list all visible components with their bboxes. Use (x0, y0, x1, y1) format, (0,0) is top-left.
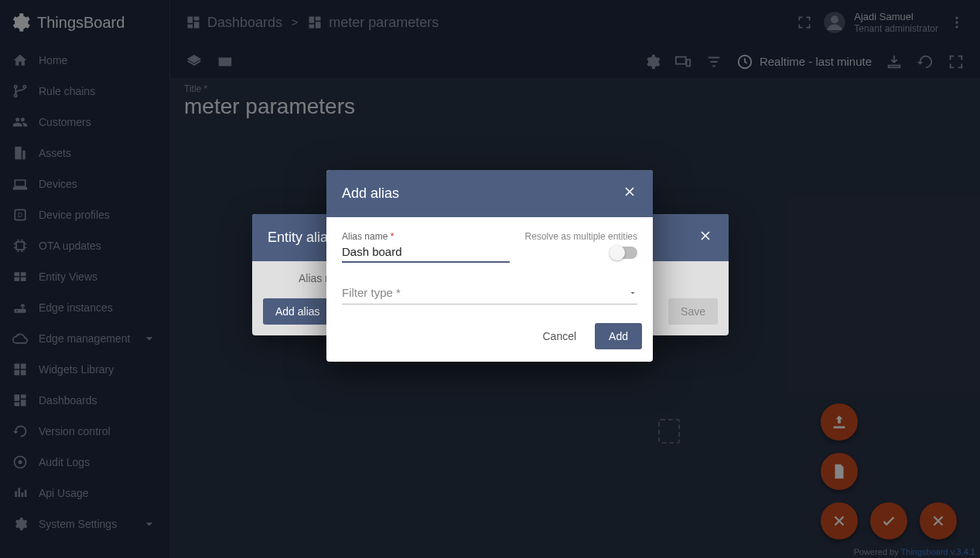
alias-name-field: Alias name * (342, 231, 510, 263)
close-button[interactable] (622, 184, 637, 203)
dialog-header: Add alias (326, 170, 653, 217)
select-placeholder: Filter type * (342, 286, 401, 299)
close-button[interactable] (698, 228, 713, 247)
alias-name-input[interactable] (342, 242, 510, 263)
cancel-button[interactable]: Cancel (530, 323, 589, 349)
filter-type-select[interactable]: Filter type * (342, 281, 637, 305)
required-mark: * (391, 231, 394, 242)
field-label: Alias name (342, 231, 388, 242)
save-button: Save (668, 298, 718, 325)
resolve-toggle-label: Resolve as multiple entities (525, 231, 637, 242)
add-button[interactable]: Add (595, 323, 642, 349)
dialog-title: Add alias (342, 185, 399, 202)
resolve-toggle[interactable] (611, 247, 637, 259)
add-alias-button[interactable]: Add alias (263, 298, 333, 325)
add-alias-dialog: Add alias Alias name * Resolve as multip… (326, 170, 653, 362)
dialog-footer: Cancel Add (326, 311, 653, 362)
close-icon (622, 184, 637, 199)
dropdown-icon (628, 288, 637, 298)
close-icon (698, 228, 713, 243)
dialog-body: Alias name * Resolve as multiple entitie… (326, 217, 653, 311)
